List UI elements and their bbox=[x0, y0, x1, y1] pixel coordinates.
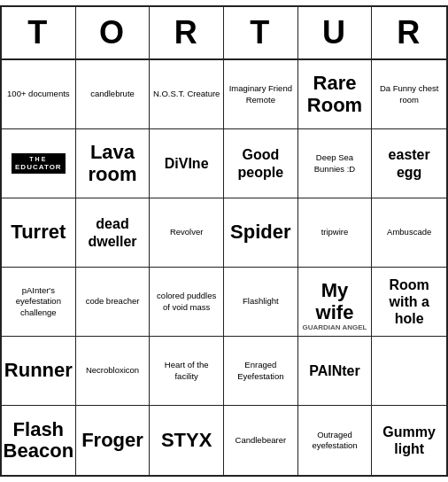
bingo-cell: 100+ documents bbox=[2, 60, 76, 129]
cell-content: Good people bbox=[227, 146, 295, 180]
cell-content: N.O.S.T. Creature bbox=[153, 89, 220, 99]
bingo-cell: Good people bbox=[224, 129, 298, 198]
cell-content: Room with a hole bbox=[375, 276, 444, 328]
bingo-cell: Flashlight bbox=[224, 268, 298, 337]
bingo-cell: Rare Room bbox=[298, 60, 373, 129]
cell-content: colored puddles of void mass bbox=[152, 291, 220, 313]
cell-content: Necrobloxicon bbox=[86, 365, 139, 376]
bingo-cell: N.O.S.T. Creature bbox=[150, 60, 224, 129]
bingo-cell: Froger bbox=[76, 406, 151, 475]
cell-content: Outraged eyefestation bbox=[301, 430, 369, 452]
bingo-cell: Gummy light bbox=[372, 406, 446, 475]
cell-content: easter egg bbox=[375, 146, 444, 180]
bingo-cell: THEEDUCATOR bbox=[2, 129, 76, 198]
header-letter: T bbox=[224, 7, 298, 58]
bingo-header: TORTUR bbox=[2, 7, 446, 60]
bingo-cell bbox=[372, 337, 446, 406]
cell-content: My wife bbox=[301, 280, 369, 323]
bingo-cell: dead dweller bbox=[76, 198, 151, 268]
cell-content: Flash Beacon bbox=[4, 419, 73, 462]
bingo-cell: Lava room bbox=[76, 129, 151, 198]
cell-content: Froger bbox=[81, 430, 143, 451]
bingo-cell: easter egg bbox=[372, 129, 446, 198]
header-letter: U bbox=[298, 7, 373, 58]
bingo-cell: colored puddles of void mass bbox=[150, 268, 224, 337]
cell-content: Lava room bbox=[79, 142, 147, 184]
cell-content: pAInter's eyefestation challenge bbox=[4, 285, 73, 318]
cell-content: Rare Room bbox=[301, 73, 369, 115]
bingo-cell: Da Funny chest room bbox=[372, 60, 446, 129]
header-letter: O bbox=[76, 7, 151, 58]
cell-content: Ambuscade bbox=[387, 227, 431, 237]
bingo-cell: Runner bbox=[2, 337, 76, 406]
cell-content: Gummy light bbox=[375, 424, 444, 457]
bingo-cell: Deep Sea Bunnies :D bbox=[298, 129, 373, 198]
cell-content: Candlebearer bbox=[236, 435, 287, 446]
cell-content: candlebrute bbox=[90, 89, 135, 99]
bingo-cell: Candlebearer bbox=[224, 406, 298, 475]
bingo-cell: tripwire bbox=[298, 198, 373, 268]
bingo-cell: Ambuscade bbox=[372, 198, 446, 268]
bingo-card: TORTUR 100+ documentscandlebruteN.O.S.T.… bbox=[0, 5, 448, 477]
cell-content: Imaginary Friend Remote bbox=[227, 83, 295, 105]
bingo-cell: PAINter bbox=[298, 337, 373, 406]
bingo-cell: Revolver bbox=[150, 198, 224, 268]
cell-content: code breacher bbox=[86, 296, 140, 307]
bingo-cell: Flash Beacon bbox=[2, 406, 76, 475]
bingo-cell: Turret bbox=[2, 198, 76, 268]
bingo-cell: Heart of the facility bbox=[150, 337, 224, 406]
bingo-cell: Imaginary Friend Remote bbox=[224, 60, 298, 129]
bingo-cell: Room with a hole bbox=[372, 268, 446, 337]
cell-content: PAINter bbox=[309, 362, 360, 379]
bingo-cell: code breacher bbox=[76, 268, 151, 337]
bingo-cell: candlebrute bbox=[76, 60, 151, 129]
bingo-cell: Enraged Eyefestation bbox=[224, 337, 298, 406]
cell-content: Deep Sea Bunnies :D bbox=[301, 152, 369, 175]
bingo-cell: STYX bbox=[150, 406, 224, 475]
cell-content: dead dweller bbox=[79, 215, 147, 249]
bingo-cell: pAInter's eyefestation challenge bbox=[2, 268, 76, 337]
cell-content: DiVIne bbox=[165, 155, 209, 172]
educator-logo: THEEDUCATOR bbox=[12, 153, 66, 175]
cell-content: Da Funny chest room bbox=[375, 83, 444, 105]
bingo-cell: Necrobloxicon bbox=[76, 337, 151, 406]
cell-content: Runner bbox=[4, 360, 73, 381]
bingo-cell: My wifeGUARDIAN ANGEL bbox=[298, 268, 373, 337]
cell-content: Turret bbox=[11, 222, 66, 243]
cell-content: tripwire bbox=[321, 227, 349, 237]
cell-content: Revolver bbox=[170, 227, 204, 237]
bingo-grid: 100+ documentscandlebruteN.O.S.T. Creatu… bbox=[2, 60, 446, 475]
bingo-cell: Outraged eyefestation bbox=[298, 406, 373, 475]
cell-content: Heart of the facility bbox=[152, 360, 220, 382]
header-letter: T bbox=[2, 7, 76, 58]
guardian-angel-label: GUARDIAN ANGEL bbox=[298, 324, 372, 332]
header-letter: R bbox=[372, 7, 446, 58]
cell-content: STYX bbox=[161, 430, 212, 451]
bingo-cell: DiVIne bbox=[150, 129, 224, 198]
cell-content: 100+ documents bbox=[7, 89, 70, 99]
header-letter: R bbox=[150, 7, 224, 58]
cell-content: Flashlight bbox=[243, 296, 279, 307]
bingo-cell: Spider bbox=[224, 198, 298, 268]
cell-content: Spider bbox=[230, 222, 290, 243]
cell-content: Enraged Eyefestation bbox=[227, 360, 295, 382]
